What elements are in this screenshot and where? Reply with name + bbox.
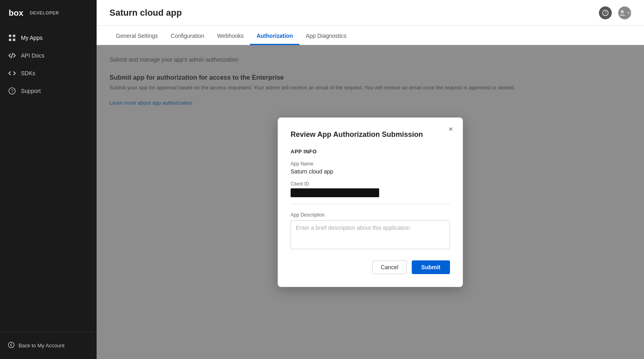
modal-dialog: × Review App Authorization Submission Ap… bbox=[278, 118, 463, 287]
app-name-value: Saturn cloud app bbox=[291, 168, 450, 175]
back-to-my-account-item[interactable]: Back to My Account bbox=[8, 338, 89, 353]
code-icon bbox=[8, 52, 16, 60]
svg-rect-3 bbox=[13, 35, 15, 37]
app-name-label: App Name bbox=[291, 161, 450, 167]
sidebar-item-support[interactable]: ? Support bbox=[0, 82, 97, 100]
topbar-actions: ? bbox=[599, 6, 631, 19]
sidebar-logo: box DEVELOPER bbox=[0, 0, 97, 26]
modal-app-info-label: App Info bbox=[291, 149, 450, 155]
cancel-button[interactable]: Cancel bbox=[372, 260, 407, 274]
topbar: Saturn cloud app ? bbox=[97, 0, 644, 26]
modal-overlay: × Review App Authorization Submission Ap… bbox=[97, 45, 644, 359]
sidebar-navigation: My Apps API Docs SDKs bbox=[0, 26, 97, 332]
svg-point-12 bbox=[621, 10, 624, 13]
sidebar-item-api-docs-label: API Docs bbox=[21, 52, 44, 59]
svg-text:?: ? bbox=[605, 11, 607, 15]
sidebar-item-sdks-label: SDKs bbox=[21, 70, 35, 76]
app-description-textarea[interactable] bbox=[291, 220, 450, 249]
tab-configuration[interactable]: Configuration bbox=[164, 28, 211, 45]
tab-authorization[interactable]: Authorization bbox=[250, 28, 299, 45]
client-id-label: Client ID bbox=[291, 181, 450, 187]
box-logo-icon: box bbox=[8, 7, 26, 19]
svg-line-6 bbox=[11, 53, 13, 58]
tab-bar: General Settings Configuration Webhooks … bbox=[97, 26, 644, 45]
modal-close-button[interactable]: × bbox=[445, 124, 456, 135]
help-button[interactable]: ? bbox=[599, 6, 612, 19]
help-circle-icon: ? bbox=[8, 87, 16, 95]
svg-rect-5 bbox=[13, 39, 15, 41]
tab-webhooks[interactable]: Webhooks bbox=[211, 28, 250, 45]
svg-rect-4 bbox=[9, 39, 11, 41]
svg-point-9 bbox=[8, 342, 14, 348]
modal-divider bbox=[291, 204, 450, 204]
user-avatar[interactable] bbox=[618, 6, 631, 19]
code-icon-2 bbox=[8, 69, 16, 77]
tab-app-diagnostics[interactable]: App Diagnostics bbox=[299, 28, 353, 45]
modal-title: Review App Authorization Submission bbox=[291, 130, 450, 139]
sidebar: box DEVELOPER My Apps bbox=[0, 0, 97, 359]
sidebar-item-my-apps-label: My Apps bbox=[21, 35, 43, 41]
sidebar-item-sdks[interactable]: SDKs bbox=[0, 64, 97, 82]
sidebar-item-api-docs[interactable]: API Docs bbox=[0, 47, 97, 64]
developer-label: DEVELOPER bbox=[30, 10, 59, 15]
main-content: Saturn cloud app ? General Settings bbox=[97, 0, 644, 359]
sidebar-bottom: Back to My Account bbox=[0, 332, 97, 359]
svg-text:box: box bbox=[8, 8, 23, 17]
app-description-label: App Description bbox=[291, 212, 450, 218]
modal-actions: Cancel Submit bbox=[291, 260, 450, 274]
content-area: Submit and manage your app's admin autho… bbox=[97, 45, 644, 359]
submit-button[interactable]: Submit bbox=[412, 260, 450, 274]
sidebar-item-my-apps[interactable]: My Apps bbox=[0, 29, 97, 47]
svg-text:?: ? bbox=[11, 89, 14, 93]
tab-general-settings[interactable]: General Settings bbox=[109, 28, 164, 45]
sidebar-item-support-label: Support bbox=[21, 88, 41, 94]
grid-icon bbox=[8, 34, 16, 42]
arrow-left-icon bbox=[8, 342, 14, 349]
client-id-redacted-value bbox=[291, 188, 379, 197]
svg-rect-2 bbox=[9, 35, 11, 37]
back-to-my-account-label: Back to My Account bbox=[19, 342, 64, 349]
page-title: Saturn cloud app bbox=[109, 8, 182, 18]
